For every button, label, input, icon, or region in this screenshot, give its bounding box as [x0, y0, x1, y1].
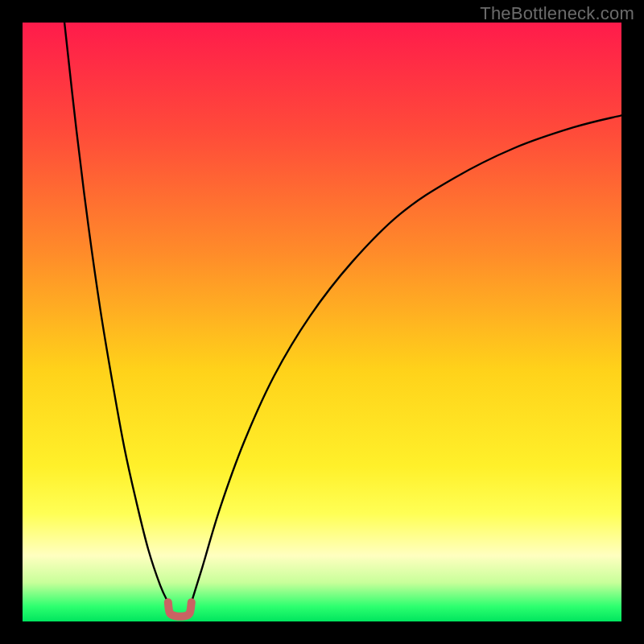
chart-svg: [23, 23, 621, 621]
gradient-background: [23, 23, 621, 621]
watermark-text: TheBottleneck.com: [480, 3, 634, 24]
plot-area: [23, 23, 621, 621]
chart-frame: TheBottleneck.com: [0, 0, 644, 644]
